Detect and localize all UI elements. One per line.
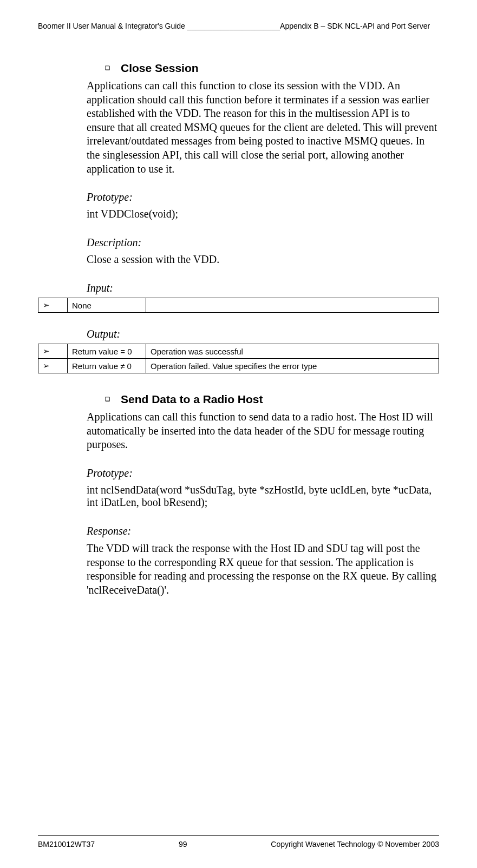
page-footer: BM210012WT37 99 Copyright Wavenet Techno… [38,835,439,849]
output-table: ➢ Return value = 0 Operation was success… [38,344,439,373]
prototype-code: int VDDClose(void); [87,208,439,220]
cell: Operation failed. Value specifies the er… [146,359,439,373]
square-bullet-icon: ❑ [105,65,110,71]
send-data-heading: ❑ Send Data to a Radio Host [87,393,439,406]
output-label: Output: [87,328,439,340]
input-table: ➢ None [38,298,439,313]
table-row: ➢ None [38,298,439,313]
square-bullet-icon: ❑ [105,396,110,402]
footer-page-number: 99 [179,840,187,849]
prototype-code: int nclSendData(word *usSduTag, byte *sz… [87,484,439,509]
close-session-heading: ❑ Close Session [87,62,439,75]
cell: Operation was successful [146,344,439,359]
cell: Return value = 0 [68,344,146,359]
cell: Return value ≠ 0 [68,359,146,373]
prototype-label: Prototype: [87,191,439,203]
description-text: Close a session with the VDD. [87,253,439,266]
page: Boomer II User Manual & Integrator's Gui… [0,0,477,868]
close-session-body: Applications can call this function to c… [87,79,439,176]
heading-text: Close Session [121,62,199,75]
table-row: ➢ Return value = 0 Operation was success… [38,344,439,359]
input-label: Input: [87,282,439,294]
table-row: ➢ Return value ≠ 0 Operation failed. Val… [38,359,439,373]
footer-left: BM210012WT37 [38,840,95,849]
arrow-icon: ➢ [38,359,68,373]
arrow-icon: ➢ [38,298,68,313]
content-block: ❑ Close Session Applications can call th… [87,62,439,597]
footer-right: Copyright Wavenet Technology © November … [271,840,439,849]
arrow-icon: ➢ [38,344,68,359]
heading-text: Send Data to a Radio Host [121,393,263,406]
response-text: The VDD will track the response with the… [87,542,439,597]
prototype-label: Prototype: [87,467,439,479]
page-header: Boomer II User Manual & Integrator's Gui… [38,22,439,30]
description-label: Description: [87,236,439,249]
cell [146,298,439,313]
response-label: Response: [87,525,439,537]
cell: None [68,298,146,313]
send-data-body: Applications can call this function to s… [87,410,439,452]
